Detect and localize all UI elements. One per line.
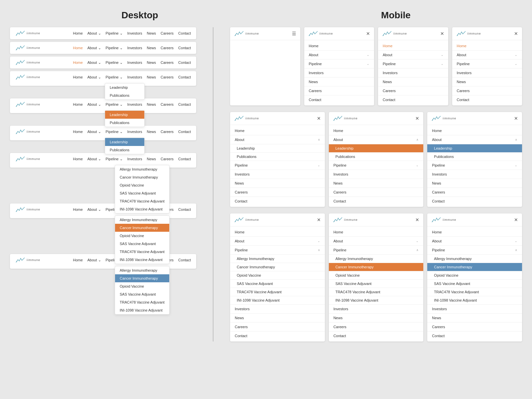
mobile-careers[interactable]: Careers	[378, 86, 448, 95]
dropdown-leadership[interactable]: Leadership	[105, 111, 144, 119]
mobile-about[interactable]: About ⌄	[329, 237, 424, 246]
mobile-publications[interactable]: Publications	[427, 153, 522, 161]
mobile-investors[interactable]: Investors	[230, 170, 325, 179]
close-icon[interactable]: ✕	[440, 31, 444, 36]
nav-investors[interactable]: Investors	[127, 46, 142, 50]
mobile-sas[interactable]: SAS Vaccine Adjuvant	[427, 280, 522, 288]
nav-contact[interactable]: Contact	[178, 207, 191, 211]
nav-careers[interactable]: Careers	[161, 61, 174, 65]
nav-careers[interactable]: Careers	[161, 31, 174, 35]
nav-contact[interactable]: Contact	[178, 75, 191, 79]
mobile-pipeline[interactable]: Pipeline ∧	[329, 246, 424, 255]
mobile-leadership[interactable]: Leadership	[427, 144, 522, 153]
dropdown-sas[interactable]: SAS Vaccine Adjuvant	[115, 240, 169, 248]
mobile-careers[interactable]: Careers	[329, 188, 424, 197]
mobile-news[interactable]: News	[329, 314, 424, 323]
dropdown-publications[interactable]: Publications	[105, 119, 144, 127]
dropdown-cancer[interactable]: Cancer Immunotherapy	[115, 274, 169, 282]
mobile-opioid[interactable]: Opioid Vaccine	[329, 271, 424, 280]
mobile-careers[interactable]: Careers	[230, 188, 325, 197]
nav-home[interactable]: Home	[73, 61, 82, 65]
nav-investors[interactable]: Investors	[127, 75, 142, 79]
nav-contact[interactable]: Contact	[178, 130, 191, 134]
mobile-contact[interactable]: Contact	[329, 332, 424, 340]
mobile-investors[interactable]: Investors	[452, 68, 522, 77]
nav-contact[interactable]: Contact	[178, 61, 191, 65]
mobile-about[interactable]: About ⌄	[230, 237, 325, 246]
mobile-allergy[interactable]: Allergy Immunotherapy	[329, 255, 424, 263]
nav-careers[interactable]: Careers	[161, 75, 174, 79]
dropdown-ini[interactable]: INI-1098 Vaccine Adjuvant	[115, 256, 169, 264]
mobile-cancer[interactable]: Cancer Immunotherapy	[427, 263, 522, 271]
mobile-home[interactable]: Home	[329, 126, 424, 135]
nav-home[interactable]: Home	[73, 102, 82, 106]
mobile-about[interactable]: About ∧	[427, 135, 522, 144]
dropdown-ini[interactable]: INI-1098 Vaccine Adjuvant	[115, 306, 169, 314]
mobile-careers[interactable]: Careers	[427, 323, 522, 332]
nav-home[interactable]: Home	[73, 207, 82, 211]
mobile-trac[interactable]: TRAC478 Vaccine Adjuvant	[427, 288, 522, 296]
nav-investors[interactable]: Investors	[127, 102, 142, 106]
nav-investors[interactable]: Investors	[127, 61, 142, 65]
mobile-trac[interactable]: TRAC478 Vaccine Adjuvant	[329, 288, 424, 296]
close-icon[interactable]: ✕	[415, 116, 419, 121]
mobile-investors[interactable]: Investors	[427, 170, 522, 179]
nav-contact[interactable]: Contact	[178, 157, 191, 161]
mobile-allergy[interactable]: Allergy Immunotherapy	[427, 255, 522, 263]
nav-about[interactable]: About ⌄	[87, 102, 101, 107]
close-icon[interactable]: ✕	[415, 217, 419, 222]
dropdown-ini[interactable]: INI-1098 Vaccine Adjuvant	[115, 205, 169, 213]
nav-careers[interactable]: Careers	[161, 130, 174, 134]
mobile-leadership[interactable]: Leadership	[230, 144, 325, 153]
nav-home[interactable]: Home	[73, 258, 82, 262]
mobile-news[interactable]: News	[304, 77, 374, 86]
mobile-contact[interactable]: Contact	[427, 332, 522, 340]
nav-pipeline[interactable]: Pipeline ⌄	[106, 102, 123, 107]
mobile-investors[interactable]: Investors	[230, 305, 325, 314]
nav-contact[interactable]: Contact	[178, 258, 191, 262]
nav-about[interactable]: About ⌄	[87, 258, 101, 262]
nav-news[interactable]: News	[147, 31, 156, 35]
nav-pipeline[interactable]: Pipeline ⌄	[106, 75, 123, 79]
nav-investors[interactable]: Investors	[127, 157, 142, 161]
mobile-leadership[interactable]: Leadership	[329, 144, 424, 153]
nav-news[interactable]: News	[147, 75, 156, 79]
nav-pipeline[interactable]: Pipeline ⌄	[106, 130, 123, 134]
hamburger-icon[interactable]: ☰	[292, 31, 296, 36]
nav-investors[interactable]: Investors	[127, 31, 142, 35]
mobile-about[interactable]: About ⌄	[452, 51, 522, 60]
nav-pipeline[interactable]: Pipeline ⌄	[106, 46, 123, 50]
mobile-home[interactable]: Home	[329, 228, 424, 237]
nav-home[interactable]: Home	[73, 157, 82, 161]
mobile-home[interactable]: Home	[427, 228, 522, 237]
dropdown-publications[interactable]: Publications	[105, 91, 144, 99]
close-icon[interactable]: ✕	[317, 217, 321, 222]
mobile-investors[interactable]: Investors	[378, 68, 448, 77]
mobile-pipeline[interactable]: Pipeline ⌄	[378, 60, 448, 68]
nav-contact[interactable]: Contact	[178, 31, 191, 35]
nav-about[interactable]: About ⌄	[87, 46, 101, 50]
mobile-publications[interactable]: Publications	[230, 153, 325, 161]
nav-home[interactable]: Home	[73, 130, 82, 134]
close-icon[interactable]: ✕	[317, 116, 321, 121]
mobile-careers[interactable]: Careers	[427, 188, 522, 197]
dropdown-trac[interactable]: TRAC478 Vaccine Adjuvant	[115, 248, 169, 256]
mobile-news[interactable]: News	[427, 314, 522, 323]
dropdown-trac[interactable]: TRAC478 Vaccine Adjuvant	[115, 298, 169, 306]
nav-pipeline[interactable]: Pipeline ⌄	[106, 31, 123, 36]
nav-news[interactable]: News	[147, 130, 156, 134]
mobile-news[interactable]: News	[427, 179, 522, 188]
mobile-careers[interactable]: Careers	[452, 86, 522, 95]
nav-investors[interactable]: Investors	[127, 130, 142, 134]
nav-pipeline[interactable]: Pipeline ⌄	[106, 61, 123, 65]
mobile-ini[interactable]: INI-1098 Vaccine Adjuvant	[230, 296, 325, 305]
mobile-contact[interactable]: Contact	[427, 197, 522, 205]
mobile-opioid[interactable]: Opioid Vaccine	[427, 271, 522, 280]
nav-about[interactable]: About ⌄	[87, 61, 101, 65]
mobile-investors[interactable]: Investors	[304, 68, 374, 77]
nav-about[interactable]: About ⌄	[87, 75, 101, 79]
mobile-investors[interactable]: Investors	[427, 305, 522, 314]
mobile-opioid[interactable]: Opioid Vaccine	[230, 271, 325, 280]
dropdown-allergy[interactable]: Allergy Immunotherapy	[115, 165, 169, 173]
nav-contact[interactable]: Contact	[178, 46, 191, 50]
